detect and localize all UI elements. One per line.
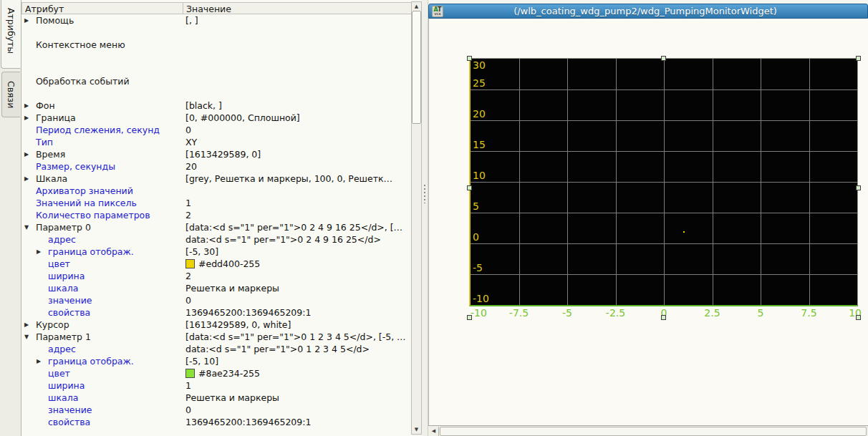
tab-links[interactable]: Связи bbox=[1, 72, 20, 117]
selection-handle[interactable] bbox=[856, 315, 861, 320]
attr-value[interactable]: 0 bbox=[185, 124, 430, 136]
attr-value[interactable]: 1 bbox=[185, 197, 430, 209]
attr-row[interactable]: Размер, секунды20 bbox=[21, 160, 412, 173]
attr-value[interactable]: 1369465200:1369465209:1 bbox=[185, 416, 430, 428]
color-swatch[interactable] bbox=[185, 369, 195, 378]
attr-value[interactable]: [data:<d s="1" per="1">0 1 2 3 4 5</d>, … bbox=[185, 331, 430, 343]
attr-value[interactable]: [-5, 10] bbox=[185, 355, 430, 367]
color-swatch[interactable] bbox=[185, 259, 195, 268]
attr-row[interactable]: ТипXY bbox=[21, 136, 412, 148]
attr-row[interactable]: ширина1 bbox=[21, 379, 412, 392]
expand-arrow-icon[interactable]: ▶ bbox=[24, 14, 29, 26]
attr-row[interactable]: шкалаРешетка и маркеры bbox=[21, 282, 412, 294]
expand-arrow-icon[interactable]: ▶ bbox=[24, 173, 29, 185]
expand-arrow-icon[interactable]: ▶ bbox=[24, 319, 29, 331]
expand-arrow-icon[interactable]: ▶ bbox=[24, 112, 29, 124]
selection-handle[interactable] bbox=[467, 56, 472, 61]
attr-row[interactable]: ▼Параметр 1[data:<d s="1" per="1">0 1 2 … bbox=[21, 331, 412, 343]
attr-value[interactable]: [1613429589, 0, white] bbox=[185, 319, 430, 331]
attr-value[interactable]: 0 bbox=[185, 404, 430, 416]
collapse-arrow-icon[interactable]: ▼ bbox=[24, 331, 29, 343]
attr-value[interactable]: 1369465200:1369465209:1 bbox=[185, 306, 430, 319]
attr-name: свойства bbox=[48, 306, 90, 319]
attr-value[interactable]: [-5, 30] bbox=[185, 246, 430, 258]
attr-name: шкала bbox=[48, 392, 78, 404]
widget-window-titlebar[interactable]: ATVCA (/wlb_coating_wdg_pump2/wdg_Pumpin… bbox=[428, 4, 868, 19]
widget-window-title: (/wlb_coating_wdg_pump2/wdg_PumpingMonit… bbox=[429, 6, 862, 16]
selection-handle[interactable] bbox=[856, 185, 861, 190]
column-header-value[interactable]: Значение bbox=[183, 3, 231, 14]
scroll-down-arrow-icon[interactable]: ▼ bbox=[412, 425, 421, 434]
attr-value[interactable]: [grey, Решетка и маркеры, 100, 0, Решетк… bbox=[185, 173, 430, 185]
attr-value[interactable]: 2 bbox=[185, 270, 430, 282]
attr-row[interactable]: Количество параметров2 bbox=[21, 209, 412, 221]
attr-value[interactable]: Решетка и маркеры bbox=[185, 392, 430, 404]
selection-handle[interactable] bbox=[467, 315, 472, 320]
attr-row[interactable]: Контекстное меню bbox=[21, 39, 412, 51]
attr-value[interactable]: #edd400-255 bbox=[185, 258, 430, 270]
attr-row[interactable]: Значений на пиксель1 bbox=[21, 197, 412, 209]
attr-row[interactable]: Обработка событий bbox=[21, 75, 412, 87]
attr-value[interactable]: [black, ] bbox=[185, 100, 430, 112]
selection-handle[interactable] bbox=[467, 185, 472, 190]
attr-row[interactable]: значение0 bbox=[21, 294, 412, 306]
attr-value[interactable]: [0, #000000, Сплошной] bbox=[185, 112, 430, 124]
attr-value[interactable]: data:<d s="1" per="1">0 2 4 9 16 25</d> bbox=[185, 233, 430, 246]
attr-row[interactable]: ширина2 bbox=[21, 270, 412, 282]
scroll-up-arrow-icon[interactable]: ▲ bbox=[412, 2, 421, 11]
attr-row[interactable]: ▶Фон[black, ] bbox=[21, 100, 412, 112]
scroll-left-arrow-icon[interactable]: ◀ bbox=[429, 427, 439, 436]
attr-value[interactable]: #8ae234-255 bbox=[185, 367, 430, 379]
attr-row[interactable]: ▶Помощь[, ] bbox=[21, 14, 412, 26]
attr-value[interactable]: 0 bbox=[185, 294, 430, 306]
attr-name: Помощь bbox=[36, 14, 74, 26]
attr-value[interactable]: 20 bbox=[185, 160, 430, 173]
column-header-attribute[interactable]: Атрибут bbox=[22, 3, 183, 14]
selection-handle[interactable] bbox=[661, 315, 666, 320]
tab-attributes[interactable]: Атрибуты bbox=[1, 0, 21, 69]
attr-row[interactable]: ▶граница отображ.[-5, 10] bbox=[21, 355, 412, 367]
attr-value[interactable]: 2 bbox=[185, 209, 430, 221]
diagram-plot-area[interactable]: 302520151050-5-10 bbox=[469, 58, 858, 306]
attr-value[interactable]: [, ] bbox=[185, 14, 430, 26]
attr-panel-vscrollbar[interactable]: ▲ ▼ bbox=[411, 1, 422, 435]
attr-row[interactable]: шкалаРешетка и маркеры bbox=[21, 392, 412, 404]
expand-arrow-icon[interactable]: ▶ bbox=[24, 148, 29, 160]
attr-value[interactable]: [1613429589, 0] bbox=[185, 148, 430, 160]
attr-row[interactable]: значение0 bbox=[21, 404, 412, 416]
hscrollbar-thumb[interactable] bbox=[440, 427, 867, 436]
attr-row[interactable]: ▶Курсор[1613429589, 0, white] bbox=[21, 319, 412, 331]
workspace-hscrollbar[interactable]: ◀ bbox=[428, 425, 868, 436]
collapse-arrow-icon[interactable]: ▼ bbox=[24, 221, 29, 233]
expand-arrow-icon[interactable]: ▶ bbox=[37, 246, 41, 258]
diagram-widget[interactable]: 302520151050-5-10 -10-7.5-5-2.502.557.51… bbox=[469, 58, 859, 317]
attr-row[interactable]: свойства1369465200:1369465209:1 bbox=[21, 306, 412, 319]
attr-row[interactable]: ▶Граница[0, #000000, Сплошной] bbox=[21, 112, 412, 124]
attr-value[interactable]: 1 bbox=[185, 379, 430, 392]
attr-value[interactable]: data:<d s="1" per="1">0 1 2 3 4 5</d> bbox=[185, 343, 430, 355]
y-tick-label: 10 bbox=[473, 170, 486, 181]
attr-row[interactable]: адресdata:<d s="1" per="1">0 2 4 9 16 25… bbox=[21, 233, 412, 246]
attr-row[interactable]: Архиватор значений bbox=[21, 185, 412, 197]
openscada-app-icon[interactable]: ATVCA bbox=[432, 6, 443, 17]
attr-row[interactable]: свойства1369465200:1369465209:1 bbox=[21, 416, 412, 428]
attr-row[interactable]: цвет#edd400-255 bbox=[21, 258, 412, 270]
selection-handle[interactable] bbox=[856, 56, 861, 61]
attr-row[interactable]: ▶Время[1613429589, 0] bbox=[21, 148, 412, 160]
panel-splitter[interactable] bbox=[422, 0, 428, 436]
attr-value[interactable]: [data:<d s="1" per="1">0 2 4 9 16 25</d>… bbox=[185, 221, 430, 233]
attr-name: граница отображ. bbox=[48, 246, 134, 258]
attr-value[interactable]: Решетка и маркеры bbox=[185, 282, 430, 294]
attr-row[interactable]: ▶граница отображ.[-5, 30] bbox=[21, 246, 412, 258]
attr-row[interactable]: ▼Параметр 0[data:<d s="1" per="1">0 2 4 … bbox=[21, 221, 412, 233]
attr-row[interactable]: цвет#8ae234-255 bbox=[21, 367, 412, 379]
attr-row[interactable]: адресdata:<d s="1" per="1">0 1 2 3 4 5</… bbox=[21, 343, 412, 355]
attr-row[interactable]: Период слежения, секунд0 bbox=[21, 124, 412, 136]
attr-row[interactable]: ▶Шкала[grey, Решетка и маркеры, 100, 0, … bbox=[21, 173, 412, 185]
expand-arrow-icon[interactable]: ▶ bbox=[37, 355, 41, 367]
expand-arrow-icon[interactable]: ▶ bbox=[24, 100, 29, 112]
attr-name: значение bbox=[48, 294, 92, 306]
selection-handle[interactable] bbox=[661, 56, 666, 61]
attr-value[interactable]: XY bbox=[185, 136, 430, 148]
vscrollbar-thumb[interactable] bbox=[412, 11, 421, 124]
